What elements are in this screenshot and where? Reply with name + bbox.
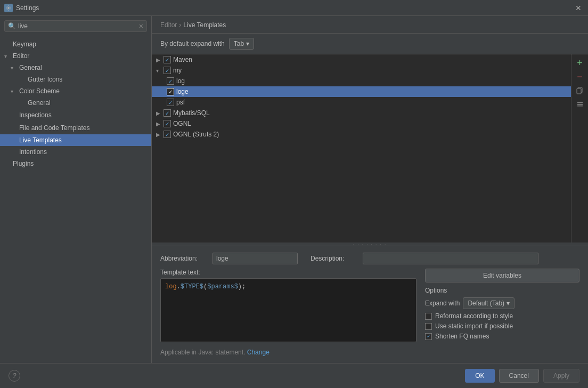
group-label-ognl: OGNL: [173, 120, 191, 127]
templates-area: ▶ ✓ Maven ▾ ✓ my ✓ log: [152, 54, 588, 242]
checkbox-row-shorten-fq: ✓ Shorten FQ names: [425, 333, 579, 340]
apply-button[interactable]: Apply: [543, 369, 579, 383]
description-input[interactable]: [363, 253, 538, 264]
sidebar-item-general[interactable]: ▾ General: [0, 62, 151, 74]
settings-icon: [4, 4, 13, 12]
template-group-header-ognl[interactable]: ▶ ✓ OGNL: [152, 118, 571, 129]
sidebar-item-label: Inspections: [19, 111, 52, 119]
applicable-text: Applicable in Java: statement.: [160, 349, 245, 356]
close-button[interactable]: ✕: [573, 3, 584, 13]
group-checkbox-ognl[interactable]: ✓: [164, 120, 171, 127]
item-checkbox-psf[interactable]: ✓: [167, 99, 174, 106]
expand-with-value: Default (Tab): [468, 300, 504, 307]
template-group-header-my[interactable]: ▾ ✓ my: [152, 65, 571, 76]
group-arrow-icon: ▾: [156, 68, 161, 74]
breadcrumb-current: Live Templates: [183, 21, 226, 29]
sidebar-item-label: Plugins: [13, 160, 34, 167]
checkbox-label-static-import: Use static import if possible: [435, 322, 513, 330]
abbreviation-input[interactable]: [213, 253, 298, 264]
dropdown-arrow-icon: ▾: [246, 40, 249, 47]
item-checkbox-loge[interactable]: ✓: [167, 88, 174, 95]
applicable-change-link[interactable]: Change: [247, 349, 270, 356]
group-arrow-icon: ▶: [156, 121, 161, 127]
sidebar-item-plugins[interactable]: Plugins: [0, 158, 151, 169]
add-template-button[interactable]: +: [574, 56, 586, 69]
group-arrow-icon: ▶: [156, 110, 161, 116]
sidebar-item-label: Color Scheme: [19, 87, 60, 95]
group-checkbox-maven[interactable]: ✓: [164, 56, 171, 63]
edit-variables-button[interactable]: Edit variables: [425, 269, 579, 282]
template-action-buttons: + −: [571, 54, 588, 242]
template-group-my: ▾ ✓ my ✓ log ✓ loge: [152, 65, 571, 108]
expand-dropdown[interactable]: Tab ▾: [229, 38, 254, 50]
template-group-header-maven[interactable]: ▶ ✓ Maven: [152, 54, 571, 65]
group-arrow-icon: ▶: [156, 132, 161, 138]
template-group-mybatis: ▶ ✓ Mybatis/SQL: [152, 108, 571, 118]
cancel-button[interactable]: Cancel: [499, 369, 539, 383]
sidebar-item-inspections[interactable]: Inspections ⧉: [0, 109, 151, 122]
sidebar-item-label: Intentions: [19, 148, 47, 156]
template-item-log[interactable]: ✓ log: [152, 76, 571, 86]
move-template-button[interactable]: [574, 98, 586, 111]
ok-button[interactable]: OK: [465, 369, 494, 383]
options-title: Options: [425, 287, 579, 294]
options-panel: Edit variables Options Expand with Defau…: [425, 269, 579, 342]
title-bar: Settings ✕: [0, 0, 588, 16]
group-checkbox-my[interactable]: ✓: [164, 67, 171, 74]
template-options-row: Template text: log.$TYPE$($params$); Edi…: [160, 269, 579, 342]
sidebar-item-file-code-templates[interactable]: File and Code Templates ⧉: [0, 122, 151, 134]
copy-settings-button[interactable]: ⧉: [138, 111, 147, 119]
svg-point-0: [7, 7, 10, 9]
group-checkbox-ognl-struts[interactable]: ✓: [164, 131, 171, 138]
search-input[interactable]: [18, 22, 137, 30]
sidebar-item-live-templates[interactable]: Live Templates: [0, 134, 151, 146]
template-item-loge[interactable]: ✓ loge: [152, 86, 571, 97]
search-clear-button[interactable]: ×: [139, 22, 143, 30]
template-group-header-mybatis[interactable]: ▶ ✓ Mybatis/SQL: [152, 108, 571, 118]
checkbox-row-static-import: Use static import if possible: [425, 322, 579, 330]
sidebar-item-label: General: [28, 99, 51, 107]
template-group-ognl-struts: ▶ ✓ OGNL (Struts 2): [152, 129, 571, 140]
checkbox-static-import[interactable]: [425, 323, 432, 330]
item-label-loge: loge: [176, 88, 189, 95]
checkbox-label-shorten-fq: Shorten FQ names: [435, 333, 489, 340]
svg-rect-4: [577, 104, 583, 105]
sidebar-item-gutter-icons[interactable]: Gutter Icons: [0, 74, 151, 85]
group-checkbox-mybatis[interactable]: ✓: [164, 109, 171, 117]
sidebar-item-keymap[interactable]: Keymap: [0, 38, 151, 50]
sidebar-item-cs-general[interactable]: General: [0, 97, 151, 109]
expand-with-row: Expand with Default (Tab) ▾: [425, 297, 579, 309]
copy-template-button[interactable]: [574, 84, 586, 97]
abbreviation-label: Abbreviation:: [160, 255, 208, 262]
description-label: Description:: [311, 255, 358, 262]
sidebar-item-editor[interactable]: ▾ Editor: [0, 50, 151, 62]
window-title: Settings: [16, 4, 39, 12]
sidebar-item-intentions[interactable]: Intentions: [0, 146, 151, 158]
template-text-editor[interactable]: log.$TYPE$($params$);: [160, 278, 416, 342]
template-text-area: Template text: log.$TYPE$($params$);: [160, 269, 416, 342]
item-checkbox-log[interactable]: ✓: [167, 77, 174, 85]
expand-row: By default expand with Tab ▾: [152, 34, 588, 54]
sidebar-item-color-scheme[interactable]: ▾ Color Scheme: [0, 85, 151, 97]
checkbox-reformat[interactable]: [425, 313, 432, 320]
group-label-my: my: [173, 67, 182, 74]
item-label-psf: psf: [176, 99, 185, 106]
applicable-row: Applicable in Java: statement. Change: [160, 349, 579, 356]
breadcrumb: Editor › Live Templates: [152, 16, 588, 34]
template-group-ognl: ▶ ✓ OGNL: [152, 118, 571, 129]
remove-template-button[interactable]: −: [574, 70, 586, 83]
template-item-psf[interactable]: ✓ psf: [152, 97, 571, 108]
sidebar-item-label: General: [19, 64, 42, 71]
template-group-header-ognl-struts[interactable]: ▶ ✓ OGNL (Struts 2): [152, 129, 571, 140]
checkbox-shorten-fq[interactable]: ✓: [425, 333, 432, 340]
expand-arrow: ▾: [11, 88, 17, 94]
expand-with-dropdown[interactable]: Default (Tab) ▾: [463, 297, 514, 309]
sidebar-tree: Keymap ▾ Editor ▾ General Gutter Icons ▾…: [0, 36, 151, 388]
expand-with-label: Expand with: [425, 300, 460, 307]
details-area: Abbreviation: Description: Template text…: [152, 246, 588, 362]
checkboxes: Reformat according to style Use static i…: [425, 312, 579, 340]
help-button[interactable]: ?: [9, 370, 20, 382]
item-label-log: log: [176, 77, 185, 85]
copy-settings-button[interactable]: ⧉: [138, 124, 147, 132]
templates-list: ▶ ✓ Maven ▾ ✓ my ✓ log: [152, 54, 571, 242]
